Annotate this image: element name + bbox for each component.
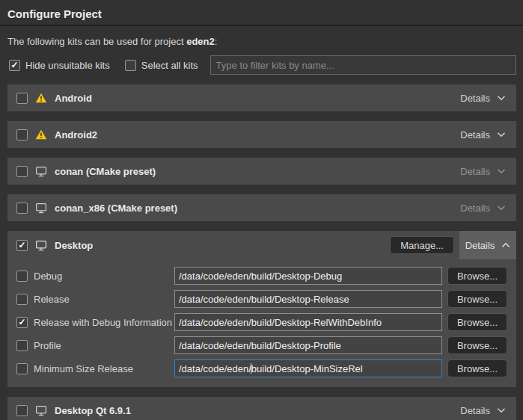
details-label: Details	[460, 129, 490, 140]
kit-row-conan: conan (CMake preset) Details	[7, 158, 516, 185]
build-dir-input-relwithdebinfo[interactable]	[174, 313, 442, 331]
kit-controls: ✓ Hide unsuitable kits Select all kits	[9, 55, 516, 75]
warning-icon	[35, 129, 47, 140]
build-dir-input-profile[interactable]	[174, 336, 442, 354]
intro-text: The following kits can be used for proje…	[7, 36, 516, 47]
chevron-down-icon	[497, 205, 506, 211]
project-name: eden2	[186, 36, 215, 47]
build-config-row-debug: Debug Browse...	[16, 267, 507, 285]
build-config-row-minsizerel: Minimum Size Release Browse...	[16, 359, 507, 377]
chevron-up-icon	[501, 242, 510, 248]
kit-checkbox[interactable]	[16, 203, 28, 214]
kit-name: Android2	[55, 129, 97, 140]
intro-suffix: :	[215, 36, 218, 47]
kit-name: conan (CMake preset)	[55, 166, 156, 177]
select-all-kits-label: Select all kits	[141, 60, 198, 71]
build-config-row-release: Release Browse...	[16, 290, 507, 308]
build-dir-input-minsizerel[interactable]	[174, 359, 442, 377]
details-expander[interactable]: Details	[459, 203, 507, 214]
details-expander[interactable]: Details	[459, 166, 507, 177]
chevron-down-icon	[497, 407, 506, 413]
kit-row-desktop-qt: Desktop Qt 6.9.1 Details	[7, 397, 516, 420]
intro-prefix: The following kits can be used for proje…	[7, 36, 186, 47]
build-config-label: Release with Debug Information	[34, 317, 172, 328]
build-config-label: Release	[34, 294, 70, 305]
build-config-checkbox[interactable]	[16, 294, 28, 305]
details-label: Details	[460, 93, 490, 104]
details-label: Details	[465, 240, 495, 251]
kit-name: conan_x86 (CMake preset)	[55, 203, 177, 214]
kit-checkbox[interactable]	[16, 129, 28, 140]
desktop-icon	[35, 166, 47, 177]
kit-name: Desktop Qt 6.9.1	[55, 405, 131, 416]
build-config-label: Profile	[34, 340, 61, 351]
kit-row-android: Android Details	[7, 84, 516, 111]
build-config-row-profile: Profile Browse...	[16, 336, 507, 354]
desktop-icon	[35, 203, 47, 214]
details-expander[interactable]: Details	[459, 129, 507, 140]
desktop-icon	[35, 240, 47, 251]
details-label: Details	[460, 203, 490, 214]
browse-button[interactable]: Browse...	[447, 336, 507, 354]
kit-checkbox[interactable]	[16, 93, 28, 104]
kit-row-android2: Android2 Details	[7, 121, 516, 148]
details-expander[interactable]: Details	[459, 405, 507, 416]
hide-unsuitable-checkbox[interactable]: ✓ Hide unsuitable kits	[9, 60, 110, 71]
chevron-down-icon	[497, 95, 506, 101]
kit-row-conan-x86: conan_x86 (CMake preset) Details	[7, 194, 516, 221]
build-config-label: Debug	[34, 271, 62, 282]
chevron-down-icon	[497, 132, 506, 138]
browse-button[interactable]: Browse...	[447, 290, 507, 308]
warning-icon	[35, 93, 47, 103]
manage-kits-button[interactable]: Manage...	[390, 236, 454, 254]
details-label: Details	[460, 166, 490, 177]
checkbox-icon[interactable]	[125, 60, 136, 71]
text-caret	[251, 363, 251, 374]
build-config-checkbox[interactable]	[16, 363, 28, 374]
chevron-down-icon	[497, 168, 506, 174]
kit-name: Desktop	[55, 240, 93, 251]
browse-button[interactable]: Browse...	[447, 267, 507, 285]
build-config-checkbox[interactable]	[16, 271, 28, 282]
browse-button[interactable]: Browse...	[447, 313, 507, 331]
configure-project-page: Configure Project The following kits can…	[0, 0, 523, 420]
kit-checkbox[interactable]: ✓	[16, 240, 28, 251]
details-label: Details	[460, 405, 490, 416]
build-config-checkbox[interactable]: ✓	[16, 317, 28, 328]
build-dir-input-release[interactable]	[174, 290, 442, 308]
kit-section-desktop: ✓ Desktop Manage... Details Debug Browse…	[7, 231, 516, 387]
desktop-icon	[35, 405, 47, 416]
details-expander-expanded[interactable]: Details	[459, 231, 516, 259]
kit-name: Android	[55, 93, 92, 104]
kit-checkbox[interactable]	[16, 405, 28, 416]
checkbox-icon[interactable]: ✓	[9, 60, 20, 71]
kit-checkbox[interactable]	[16, 166, 28, 177]
build-config-label: Minimum Size Release	[34, 363, 133, 374]
browse-button[interactable]: Browse...	[447, 359, 507, 377]
kit-filter-input[interactable]	[210, 55, 516, 75]
build-config-row-relwithdebinfo: ✓ Release with Debug Information Browse.…	[16, 313, 507, 331]
hide-unsuitable-label: Hide unsuitable kits	[25, 60, 110, 71]
details-expander[interactable]: Details	[459, 93, 507, 104]
build-dir-input-debug[interactable]	[174, 267, 442, 285]
select-all-kits-checkbox[interactable]: Select all kits	[125, 60, 198, 71]
title-separator	[0, 25, 523, 26]
page-title: Configure Project	[0, 0, 523, 25]
build-config-checkbox[interactable]	[16, 340, 28, 351]
